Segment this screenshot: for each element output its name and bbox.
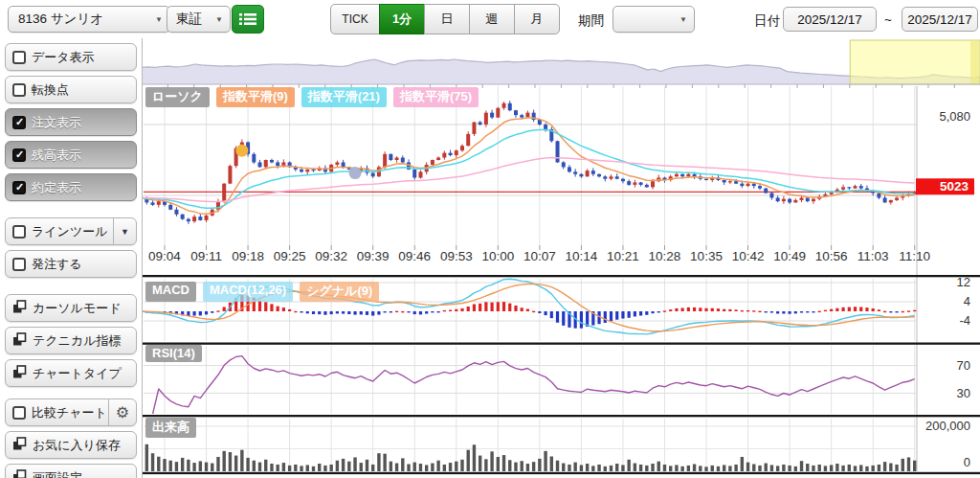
layers-icon — [12, 300, 27, 317]
button-label: カーソルモード — [33, 300, 122, 317]
svg-text:10:49: 10:49 — [773, 249, 806, 263]
svg-text:-4: -4 — [959, 313, 970, 328]
toggle-line-tool[interactable]: ラインツール ▼ — [5, 217, 137, 245]
svg-text:09:39: 09:39 — [357, 249, 390, 263]
stock-list-button[interactable] — [232, 5, 264, 34]
button-label: チャートタイプ — [33, 365, 122, 382]
screen-settings-button[interactable]: 画面設定 — [5, 464, 137, 478]
toggle-label: 発注する — [32, 256, 82, 273]
execution-marker[interactable] — [235, 145, 248, 157]
cursor-mode-button[interactable]: カーソルモード — [5, 294, 137, 322]
svg-text:09:11: 09:11 — [190, 249, 222, 263]
checkbox — [12, 406, 26, 420]
toggle-compare-chart[interactable]: 比較チャート ⚙ — [5, 398, 137, 426]
svg-text:10:56: 10:56 — [815, 249, 848, 263]
stock-symbol-label: 8136 サンリオ — [18, 11, 103, 28]
chevron-down-icon: ▼ — [209, 15, 230, 24]
line-tool-menu-button[interactable]: ▼ — [113, 218, 129, 244]
interval-day-button[interactable]: 日 — [424, 4, 470, 34]
technical-indicators-button[interactable]: テクニカル指標 — [5, 327, 137, 354]
date-label: 日付 — [754, 12, 780, 30]
checkbox — [12, 51, 26, 64]
overview-selection[interactable] — [850, 40, 980, 84]
svg-text:200,000: 200,000 — [925, 419, 970, 433]
toggle-label: データ表示 — [32, 49, 95, 66]
save-favorite-button[interactable]: お気に入り保存 — [5, 431, 137, 459]
svg-text:4: 4 — [964, 294, 970, 308]
exchange-label: 東証 — [176, 11, 202, 28]
svg-text:5023: 5023 — [940, 179, 969, 193]
button-label: テクニカル指標 — [33, 332, 122, 350]
toggle-label: 転換点 — [32, 81, 69, 99]
svg-text:10:21: 10:21 — [607, 249, 639, 263]
svg-text:10:07: 10:07 — [523, 249, 556, 263]
toggle-label: 比較チャート — [32, 404, 107, 421]
toggle-label: 約定表示 — [32, 179, 81, 196]
toggle-turning-point[interactable]: 転換点 — [5, 76, 137, 103]
compare-settings-button[interactable]: ⚙ — [108, 399, 129, 425]
layers-icon — [12, 437, 27, 454]
date-range-separator: ~ — [884, 12, 892, 27]
checkbox — [12, 116, 26, 129]
checkbox — [12, 225, 26, 239]
date-from-input[interactable] — [783, 7, 877, 32]
svg-text:10:42: 10:42 — [732, 249, 765, 263]
svg-text:30: 30 — [957, 386, 970, 400]
toggle-data-display[interactable]: データ表示 — [5, 43, 137, 71]
sidebar: データ表示 転換点 注文表示 残高表示 約定表示 ラインツール ▼ 発注する カ… — [0, 38, 142, 478]
svg-text:11:10: 11:10 — [899, 249, 930, 263]
date-to-input[interactable] — [902, 7, 978, 32]
chevron-down-icon: ▼ — [121, 227, 129, 237]
svg-text:0: 0 — [964, 455, 970, 469]
svg-text:09:18: 09:18 — [232, 249, 264, 263]
stock-symbol-select[interactable]: 8136 サンリオ ▼ — [8, 6, 170, 33]
svg-text:10:00: 10:00 — [481, 249, 514, 263]
toggle-label: 注文表示 — [32, 114, 81, 131]
exchange-select[interactable]: 東証 ▼ — [167, 6, 231, 33]
toggle-label: ラインツール — [32, 223, 108, 240]
button-label: お気に入り保存 — [33, 437, 121, 454]
svg-text:09:46: 09:46 — [398, 249, 431, 263]
svg-text:5,080: 5,080 — [939, 109, 970, 124]
toolbar: 8136 サンリオ ▼ 東証 ▼ TICK 1分 日 週 月 期間 ▼ 日付 ~ — [0, 0, 980, 38]
chevron-down-icon: ▼ — [673, 15, 694, 24]
checkbox — [12, 148, 26, 162]
layers-icon — [12, 469, 27, 478]
toggle-place-order[interactable]: 発注する — [5, 250, 137, 278]
interval-month-button[interactable]: 月 — [514, 4, 560, 34]
interval-week-button[interactable]: 週 — [469, 4, 515, 34]
interval-button-group: TICK 1分 日 週 月 — [330, 4, 560, 34]
price-chart-canvas[interactable]: 5,0805,020200,00007030124-4502309:0409:1… — [142, 38, 980, 478]
gear-icon: ⚙ — [116, 405, 129, 421]
checkbox — [12, 181, 26, 194]
checkbox — [12, 258, 26, 271]
toggle-label: 残高表示 — [32, 147, 81, 164]
svg-text:09:25: 09:25 — [274, 249, 306, 263]
interval-tick-button[interactable]: TICK — [330, 4, 380, 34]
svg-text:10:28: 10:28 — [649, 249, 681, 263]
button-label: 画面設定 — [33, 469, 82, 478]
layers-icon — [12, 365, 27, 382]
period-label: 期間 — [578, 12, 604, 30]
overview-selection-handle[interactable] — [970, 40, 979, 84]
svg-text:10:14: 10:14 — [566, 249, 598, 263]
toggle-execution-display[interactable]: 約定表示 — [5, 173, 137, 201]
position-marker[interactable] — [349, 167, 362, 179]
svg-text:10:35: 10:35 — [690, 249, 723, 263]
svg-text:70: 70 — [957, 358, 970, 373]
layers-icon — [12, 332, 27, 350]
list-icon — [239, 12, 256, 26]
svg-text:09:53: 09:53 — [440, 249, 473, 263]
chart-left-divider — [142, 38, 143, 478]
svg-text:09:04: 09:04 — [148, 249, 181, 263]
svg-text:09:32: 09:32 — [315, 249, 347, 263]
toggle-balance-display[interactable]: 残高表示 — [5, 141, 137, 169]
checkbox — [12, 83, 26, 97]
chart-type-button[interactable]: チャートタイプ — [5, 359, 137, 387]
toggle-order-display[interactable]: 注文表示 — [5, 108, 137, 136]
period-select[interactable]: ▼ — [612, 6, 695, 33]
interval-1min-button[interactable]: 1分 — [379, 4, 425, 34]
svg-text:11:03: 11:03 — [858, 249, 889, 263]
